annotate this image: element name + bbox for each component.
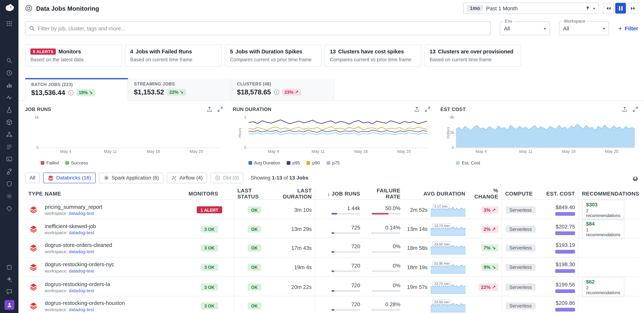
sidebar-item-integrations[interactable] [0,165,18,177]
workspace-tag[interactable]: datadog-test [69,211,94,216]
workspace-select[interactable]: Workspace All ▾ [559,21,609,35]
summary-card[interactable]: 4Jobs with Failed RunsBased on current t… [125,44,222,67]
sidebar-item-sparkles[interactable] [0,273,18,285]
sidebar-item-infrastructure[interactable] [0,116,18,128]
job-name-link[interactable]: dogrus-restocking-orders-houston [45,300,125,306]
filter-chip-spark-application-6-[interactable]: Spark Application (6) [99,173,164,183]
table-row[interactable]: dogrus-store-orders-cleanedworkspace: da… [25,238,638,258]
summary-card[interactable]: 8 ALERTSMonitorsBased on the latest data [25,44,122,67]
summary-card[interactable]: 13Clusters are over provisionedBased on … [424,44,521,67]
column-header-job-runs[interactable]: ↓JOB RUNS [315,187,364,200]
column-header-failure-rate[interactable]: FAILURE RATE [364,187,404,200]
sidebar-item-apm[interactable] [0,153,18,165]
sidebar-item-settings[interactable] [0,190,18,202]
legend-item[interactable]: Success [65,160,88,165]
monitor-status-badge[interactable]: 3 OK [201,302,218,309]
summary-card[interactable]: 5Jobs with Duration SpikesCompares curre… [225,44,322,67]
expand-icon[interactable] [217,106,223,112]
legend-item[interactable]: p95 [287,160,300,165]
export-icon[interactable] [622,106,628,112]
sidebar-item-search[interactable] [0,54,18,67]
compute-tag[interactable]: Serverless [506,283,535,290]
workspace-tag[interactable]: datadog-test [69,230,94,235]
monitor-status-badge[interactable]: 3 OK [201,225,218,232]
workspace-tag[interactable]: datadog-test [69,268,94,273]
tab-clusters-48-[interactable]: CLUSTERS (48)$18,578.65i23% ↗ [231,78,334,100]
column-header-name[interactable]: NAME [42,187,185,200]
caret-down-icon[interactable]: ▾ [593,6,595,11]
column-header-last-duration[interactable]: LAST DURATION [275,187,315,200]
search-box[interactable] [25,21,491,35]
export-icon[interactable] [206,106,212,112]
expand-icon[interactable] [632,106,638,112]
sidebar-item-network[interactable] [0,128,18,140]
compute-tag[interactable]: Serverless [506,264,535,271]
column-header--change[interactable]: % CHANGE [469,187,502,200]
sidebar-item-history[interactable] [0,67,18,79]
compute-tag[interactable]: Serverless [506,244,535,251]
time-forward-button[interactable] [628,3,638,14]
env-select[interactable]: Env All ▾ [500,21,550,35]
sidebar-item-security[interactable] [0,177,18,190]
column-header-last-status[interactable]: LAST STATUS [234,187,275,200]
compute-tag[interactable]: Serverless [506,302,535,309]
export-icon[interactable] [414,106,420,112]
job-name-link[interactable]: dogrus-store-orders-cleaned [45,242,112,248]
column-header-est-cost[interactable]: EST. COST [539,187,578,200]
job-runs-plot[interactable]: 1k0 [41,117,220,148]
table-row[interactable]: dogrus-restocking-orders-nycworkspace: d… [25,258,638,277]
info-icon[interactable]: i [274,90,279,95]
table-row[interactable]: pricing_summary_reportworkspace: datadog… [25,200,638,219]
time-back-button[interactable] [603,3,614,14]
apps-grid-icon[interactable] [0,17,18,30]
workspace-tag[interactable]: datadog-test [69,307,94,312]
sidebar-item-labs[interactable] [0,104,18,116]
column-header-monitors[interactable]: MONITORS [185,187,234,200]
pause-button[interactable] [615,3,626,14]
sidebar-item-plugin[interactable] [0,260,18,273]
column-header-type[interactable]: TYPE [25,187,42,200]
column-header-compute[interactable]: COMPUTE [502,187,539,200]
legend-item[interactable]: p75 [326,160,340,165]
table-row[interactable]: dogrus-restocking-orders-laworkspace: da… [25,277,638,296]
filter-chip-all[interactable]: All [25,173,40,183]
legend-item[interactable]: Est. Cost [456,160,480,165]
est-cost-plot[interactable]: 4k2k0 [456,117,635,148]
table-row[interactable]: dogrus-restocking-orders-houstonworkspac… [25,296,638,313]
job-name-link[interactable]: dogrus-restocking-orders-la [45,281,110,287]
compute-tag[interactable]: Serverless [506,206,535,213]
table-settings-icon[interactable] [632,175,638,181]
legend-item[interactable]: Avg Duration [248,160,280,165]
monitor-status-badge[interactable]: 3 OK [201,283,218,290]
workspace-tag[interactable]: datadog-test [69,249,94,254]
expand-icon[interactable] [425,106,430,112]
job-name-link[interactable]: dogrus-restocking-orders-nyc [45,261,114,267]
summary-card[interactable]: 13Clusters have cost spikesCompares curr… [324,44,421,67]
filter-chip-airflow-4-[interactable]: Airflow (4) [167,173,207,183]
user-avatar[interactable] [4,300,14,310]
tab-batch-jobs-223-[interactable]: BATCH JOBS (223)$13,536.44i19% ↘ [25,78,128,101]
column-header-avg-duration[interactable]: AVG DURATION [404,187,469,200]
recommendation-box[interactable]: $622 recommendations [582,277,624,297]
monitor-status-badge[interactable]: 1 ALERT [197,206,222,213]
workspace-tag[interactable]: datadog-test [69,288,94,293]
time-preset-tag[interactable]: 1mo [467,5,483,12]
monitor-status-badge[interactable]: 3 OK [201,264,218,271]
search-input[interactable] [38,25,490,31]
tab-streaming-jobs[interactable]: STREAMING JOBS$1,153.5222% ↘ [128,78,231,100]
recommendation-box[interactable]: $3032 recommendations [582,200,624,220]
filter-chip-dbt-0-[interactable]: Dbt (0) [210,173,243,183]
time-range-picker[interactable]: 1mo Past 1 Month ▾ [463,3,599,14]
compute-tag[interactable]: Serverless [506,225,535,232]
table-row[interactable]: inefficient-skewed-jobworkspace: datadog… [25,219,638,238]
legend-item[interactable]: p90 [306,160,320,165]
sidebar-item-cicd[interactable] [0,202,18,214]
sidebar-item-dashboards[interactable] [0,79,18,91]
sidebar-item-monitors[interactable] [0,91,18,104]
info-icon[interactable]: i [68,90,74,95]
legend-item[interactable]: Failed [41,160,59,165]
run-duration-plot[interactable]: 10 [248,117,427,148]
monitor-status-badge[interactable]: 3 OK [201,244,218,251]
column-header-recommendations[interactable]: RECOMMENDATIONS [578,187,627,200]
sidebar-item-logs[interactable] [0,140,18,153]
